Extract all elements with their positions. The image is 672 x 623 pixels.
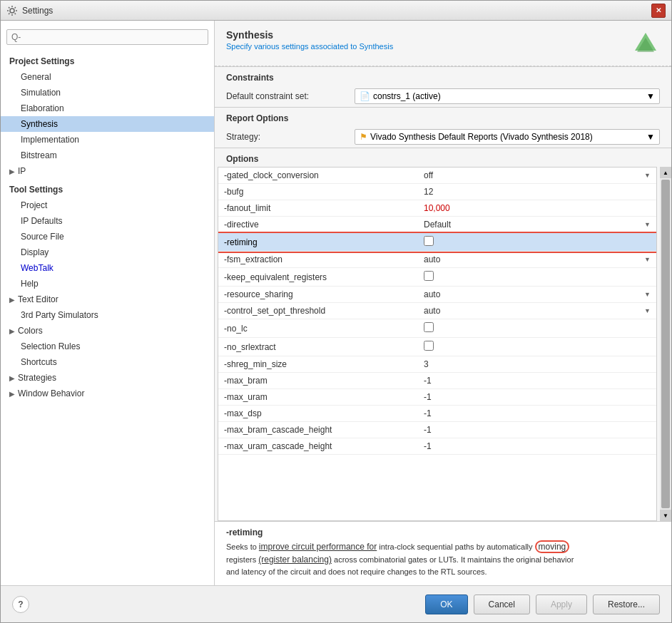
sidebar-item-colors-label: Colors [18, 326, 43, 336]
dropdown-arrow-icon[interactable]: ▼ [644, 291, 651, 298]
option-value-text: Default [424, 220, 451, 230]
option-checkbox[interactable] [424, 341, 434, 351]
sidebar-item-elaboration[interactable]: Elaboration [1, 101, 214, 116]
sidebar-item-help[interactable]: Help [1, 276, 214, 292]
sidebar-item-ip-defaults[interactable]: IP Defaults [1, 213, 214, 229]
info-underline-1: improve circuit performance for [259, 542, 377, 552]
option-checkbox[interactable] [424, 236, 434, 246]
settings-icon [6, 5, 18, 16]
svg-point-0 [10, 9, 14, 13]
option-value-text: -1 [424, 392, 432, 402]
option-value-text: auto [424, 254, 440, 264]
sidebar-item-project[interactable]: Project [1, 197, 214, 213]
dropdown-arrow-icon[interactable]: ▼ [644, 221, 651, 228]
scroll-up-button[interactable]: ▲ [660, 167, 671, 178]
restore-button[interactable]: Restore... [593, 594, 660, 614]
sidebar-item-strategies[interactable]: ▶ Strategies [1, 370, 214, 386]
info-text: Seeks to improve circuit performance for… [226, 540, 660, 578]
sidebar-item-source-file[interactable]: Source File [1, 229, 214, 244]
option-value-cell[interactable] [418, 338, 656, 356]
scroll-down-button[interactable]: ▼ [660, 510, 671, 521]
help-button[interactable]: ? [12, 596, 29, 613]
sidebar-item-3rd-party[interactable]: 3rd Party Simulators [1, 307, 214, 323]
titlebar-left: Settings [6, 5, 53, 16]
constraint-dropdown-arrow: ▼ [646, 91, 655, 101]
constraint-icon: 📄 [360, 91, 370, 101]
option-checkbox[interactable] [424, 271, 434, 281]
sidebar-item-colors[interactable]: ▶ Colors [1, 323, 214, 339]
constraint-select[interactable]: 📄 constrs_1 (active) ▼ [355, 88, 660, 104]
bottom-left: ? [12, 596, 29, 613]
expand-arrow-ip: ▶ [9, 168, 15, 175]
option-name-cell: -bufg [218, 184, 418, 200]
scroll-thumb[interactable] [661, 180, 670, 508]
table-row: -keep_equivalent_registers [218, 268, 656, 287]
sidebar-item-bitstream[interactable]: Bitstream [1, 148, 214, 163]
panel-header: Synthesis Specify various settings assoc… [215, 21, 671, 66]
sidebar-item-text-editor[interactable]: ▶ Text Editor [1, 292, 214, 307]
strategy-select[interactable]: ⚑ Vivado Synthesis Default Reports (Viva… [355, 129, 660, 145]
option-value-cell[interactable] [418, 233, 656, 252]
option-value-cell[interactable] [418, 319, 656, 338]
close-button[interactable]: ✕ [651, 4, 666, 18]
options-section-title: Options [215, 148, 671, 167]
table-row: -control_set_opt_thresholdauto▼ [218, 303, 656, 319]
info-box: -retiming Seeks to improve circuit perfo… [215, 521, 671, 585]
panel-logo [631, 29, 660, 60]
option-value-cell: auto▼ [418, 287, 656, 303]
option-value-text: auto [424, 306, 440, 316]
sidebar-item-general[interactable]: General [1, 69, 214, 85]
search-input[interactable] [6, 29, 208, 45]
sidebar-item-selection-rules[interactable]: Selection Rules [1, 339, 214, 354]
table-row: -max_dsp-1 [218, 406, 656, 422]
table-row: -shreg_min_size3 [218, 356, 656, 373]
option-name-cell: -max_uram [218, 389, 418, 406]
options-table-container[interactable]: -gated_clock_conversionoff▼-bufg12-fanou… [218, 167, 657, 521]
sidebar-item-window-behavior[interactable]: ▶ Window Behavior [1, 386, 214, 401]
option-value-cell: auto▼ [418, 252, 656, 268]
table-row: -max_bram-1 [218, 373, 656, 389]
panel-subtitle: Specify various settings associated to S… [226, 42, 393, 51]
dropdown-arrow-icon[interactable]: ▼ [644, 256, 651, 263]
sidebar-item-implementation[interactable]: Implementation [1, 132, 214, 148]
option-name-cell: -max_dsp [218, 406, 418, 422]
table-row: -no_srlextract [218, 338, 656, 356]
table-row: -retiming [218, 233, 656, 252]
option-value-text: off [424, 170, 433, 180]
sidebar-item-display[interactable]: Display [1, 244, 214, 260]
option-name-cell: -max_bram_cascade_height [218, 422, 418, 438]
expand-arrow-text-editor: ▶ [9, 296, 15, 304]
sidebar-item-simulation[interactable]: Simulation [1, 85, 214, 101]
scrollbar[interactable]: ▲ ▼ [660, 167, 671, 521]
option-value-text: 12 [424, 187, 433, 197]
sidebar-item-webtalk[interactable]: WebTalk [1, 260, 214, 276]
constraint-value-text: constrs_1 (active) [373, 91, 441, 101]
sidebar-item-synthesis[interactable]: Synthesis [1, 116, 214, 132]
table-row: -max_bram_cascade_height-1 [218, 422, 656, 438]
constraint-select-value: 📄 constrs_1 (active) [360, 91, 441, 101]
cancel-button[interactable]: Cancel [474, 594, 530, 614]
right-panel: Synthesis Specify various settings assoc… [215, 21, 671, 585]
option-value-cell: Default▼ [418, 217, 656, 233]
settings-window: Settings ✕ Project Settings General Simu… [0, 0, 672, 623]
constraint-control: 📄 constrs_1 (active) ▼ [355, 88, 660, 104]
dropdown-arrow-icon[interactable]: ▼ [644, 172, 651, 179]
option-value-cell[interactable] [418, 268, 656, 287]
ok-button[interactable]: OK [425, 594, 467, 614]
apply-button[interactable]: Apply [536, 594, 587, 614]
dropdown-arrow-icon[interactable]: ▼ [644, 307, 651, 314]
info-label: -retiming [226, 527, 660, 537]
sidebar-item-ip[interactable]: ▶ IP [1, 163, 214, 179]
table-row: -fsm_extractionauto▼ [218, 252, 656, 268]
option-checkbox[interactable] [424, 322, 434, 332]
option-name-cell: -fanout_limit [218, 200, 418, 217]
option-value-cell: -1 [418, 389, 656, 406]
info-circle-moving: moving [535, 540, 570, 553]
sidebar-item-shortcuts[interactable]: Shortcuts [1, 354, 214, 370]
strategy-control: ⚑ Vivado Synthesis Default Reports (Viva… [355, 129, 660, 145]
strategy-select-value: ⚑ Vivado Synthesis Default Reports (Viva… [360, 132, 593, 142]
option-value-cell: 12 [418, 184, 656, 200]
option-name-cell: -gated_clock_conversion [218, 168, 418, 184]
panel-header-text: Synthesis Specify various settings assoc… [226, 29, 393, 51]
option-value-cell: 3 [418, 356, 656, 373]
